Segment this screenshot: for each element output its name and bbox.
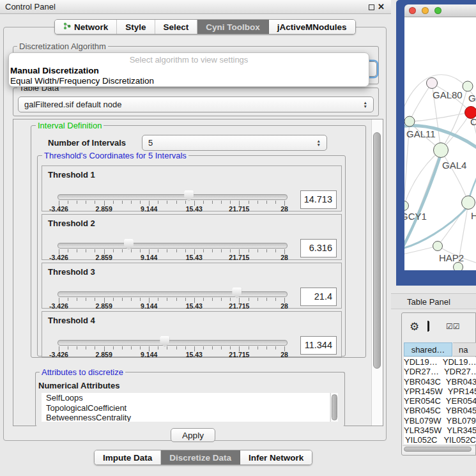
attribute-list-item[interactable]: TopologicalCoefficient <box>42 403 330 413</box>
network-node-hap2[interactable] <box>433 242 443 251</box>
tab-jactivemnodules[interactable]: jActiveMNodules <box>269 20 355 34</box>
tick-mark <box>113 346 114 349</box>
tick-mark <box>131 346 132 349</box>
settings-scrollbar-thumb[interactable] <box>373 132 381 369</box>
table-panel-header: Table Panel <box>391 293 476 309</box>
bottom-tab-impute-data[interactable]: Impute Data <box>95 450 161 464</box>
tick-mark <box>95 249 95 252</box>
tick-label: 2.859 <box>88 302 120 310</box>
tick-mark <box>257 201 258 204</box>
column-header-shared-name[interactable]: shared… <box>404 342 452 357</box>
tick-mark <box>212 298 213 301</box>
table-row[interactable]: YIL052CYIL052C <box>404 435 476 444</box>
table-row[interactable]: YDR27…YDR27… <box>404 367 476 376</box>
network-canvas[interactable]: GAL80GACGAL11GAL4GCY1HHAP2 <box>404 17 476 270</box>
threshold-value-field[interactable]: 11.344 <box>300 336 337 355</box>
tab-network[interactable]: Network <box>55 20 117 34</box>
column-header-name[interactable]: na <box>453 342 476 357</box>
bottom-tab-discretize-data[interactable]: Discretize Data <box>161 450 240 464</box>
table-row[interactable]: YDL19…YDL19… <box>404 357 476 367</box>
tick-mark <box>86 298 86 301</box>
table-data-select[interactable]: galFiltered.sif default node ▲▼ <box>18 96 374 112</box>
cell-name: YPR145W <box>443 387 476 396</box>
dropdown-item[interactable]: Manual Discretization <box>9 66 369 76</box>
network-node[interactable] <box>454 263 463 271</box>
slider-track[interactable] <box>58 340 288 346</box>
tick-mark <box>86 346 86 349</box>
bottom-tab-bar: Impute DataDiscretize DataInfer Network <box>94 450 312 465</box>
slider-track[interactable] <box>58 243 288 249</box>
tick-label: 15.43 <box>178 302 210 310</box>
thresholds-group: Threshold 1-3.4262.8599.14415.4321.71528… <box>37 155 346 357</box>
top-tab-bar: NetworkStyleSelectCyni ToolboxjActiveMNo… <box>54 19 356 35</box>
tab-label: jActiveMNodules <box>277 22 347 32</box>
tick-mark <box>113 249 114 252</box>
cell-shared-name: YLR345W <box>404 426 441 435</box>
threshold-label: Threshold 2 <box>48 219 95 228</box>
panel-title: Control Panel <box>5 2 56 12</box>
network-node-gal4[interactable] <box>434 143 449 158</box>
tick-mark <box>275 201 276 204</box>
minimize-traffic-light-icon[interactable] <box>422 7 429 14</box>
tab-cyni-toolbox[interactable]: Cyni Toolbox <box>197 20 269 34</box>
table-row[interactable]: YBL079WYBL079W <box>404 416 476 426</box>
slider-track[interactable] <box>58 194 288 200</box>
float-icon[interactable] <box>369 4 374 10</box>
network-node-gcy1[interactable] <box>404 201 409 211</box>
num-intervals-value: 5 <box>148 138 153 148</box>
network-node-gal11[interactable] <box>404 116 415 127</box>
slider-track[interactable] <box>58 291 288 297</box>
attributes-scrollbar-thumb[interactable] <box>332 394 337 420</box>
network-node-h[interactable] <box>462 196 475 210</box>
spinner-arrows-icon[interactable]: ▲▼ <box>364 101 367 108</box>
attribute-list-item[interactable]: SelfLoops <box>42 393 330 403</box>
tab-style[interactable]: Style <box>117 20 155 34</box>
bottom-tab-infer-network[interactable]: Infer Network <box>240 450 312 464</box>
table-row[interactable]: YBR045CYBR045C <box>404 406 476 415</box>
tick-mark <box>230 249 231 252</box>
tick-mark <box>158 201 158 204</box>
tick-label: 9.144 <box>133 302 165 310</box>
network-node-gal80[interactable] <box>427 78 438 89</box>
threshold-value-field[interactable]: 6.316 <box>300 239 337 257</box>
tab-label: Network <box>74 22 108 32</box>
network-node-label: GAL80 <box>433 89 463 100</box>
select-columns-checkboxes-icon[interactable]: ☑☑ <box>446 322 460 331</box>
attributes-list[interactable]: SelfLoopsTopologicalCoefficientBetweenne… <box>42 393 330 422</box>
cell-shared-name: YDL19… <box>404 357 438 367</box>
screen: Control Panel ✕ NetworkStyleSelectCyni T… <box>0 0 476 476</box>
control-panel-titlebar: Control Panel ✕ <box>0 0 391 14</box>
close-icon[interactable]: ✕ <box>378 2 385 12</box>
tick-label: -3.426 <box>43 254 75 261</box>
table-row[interactable]: YER054CYER054C <box>404 396 476 406</box>
spinner-arrows-icon[interactable]: ▲▼ <box>317 139 321 146</box>
close-traffic-light-icon[interactable] <box>409 7 416 14</box>
apply-button[interactable]: Apply <box>171 428 215 442</box>
tick-mark <box>249 298 249 301</box>
attribute-list-item[interactable]: BetweennessCentrality <box>42 413 330 422</box>
tick-label: 28 <box>268 302 300 310</box>
table-row[interactable]: YPR145WYPR145W <box>404 387 476 396</box>
column-browse-icon[interactable] <box>427 321 429 332</box>
threshold-value-field[interactable]: 14.713 <box>300 190 337 209</box>
tick-mark <box>176 201 177 204</box>
tick-mark <box>266 249 267 252</box>
tab-select[interactable]: Select <box>155 20 198 34</box>
tick-mark <box>230 346 231 349</box>
threshold-value-field[interactable]: 21.4 <box>300 288 337 306</box>
table-hscrollbar-thumb[interactable] <box>404 447 472 452</box>
zoom-traffic-light-icon[interactable] <box>434 7 441 14</box>
tick-mark <box>131 298 132 301</box>
tab-label: Cyni Toolbox <box>206 22 260 32</box>
tick-label: 9.144 <box>133 254 165 261</box>
num-intervals-spinner[interactable]: 5 ▲▼ <box>142 135 327 151</box>
dropdown-item[interactable]: Equal Width/Frequency Discretization <box>9 76 369 86</box>
tick-mark <box>212 201 213 204</box>
table-row[interactable]: YBR043CYBR043C <box>404 377 476 387</box>
table-row[interactable]: YLR345WYLR345W <box>404 426 476 435</box>
cell-shared-name: YPR145W <box>404 387 443 396</box>
tick-mark <box>203 298 204 301</box>
gear-icon[interactable]: ⚙ <box>410 320 419 334</box>
network-icon <box>63 22 71 32</box>
network-node-ga[interactable] <box>463 81 473 91</box>
